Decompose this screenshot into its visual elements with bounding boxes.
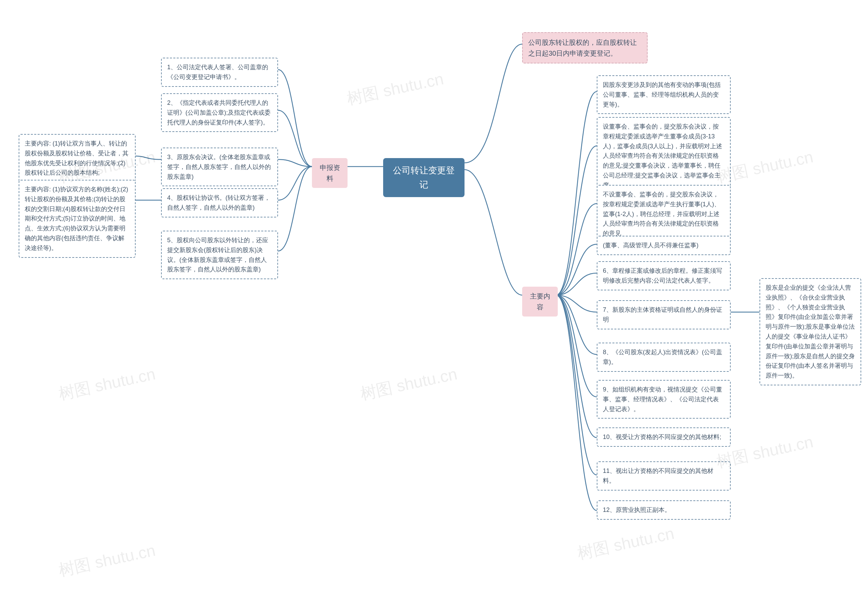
left-item-2[interactable]: 2、《指定代表或者共同委托代理人的证明》(公司加盖公章);及指定代表或委托代理人… xyxy=(161,93,278,132)
right-item-11[interactable]: 12、原营业执照正副本。 xyxy=(597,500,731,520)
right-item-10[interactable]: 11、视出让方资格的不同应提交的其他材料。 xyxy=(597,461,731,491)
right-item-4-text: (董事、高级管理人员不得兼任监事) xyxy=(603,242,698,249)
left-sub-4-text: 主要内容: (1)协议双方的名称(姓名);(2)转让股权的份额及其价格;(3)转… xyxy=(25,186,128,251)
right-item-5-text: 6、章程修正案或修改后的章程。修正案须写明修改后完整内容;公司法定代表人签字。 xyxy=(603,267,722,284)
right-item-4[interactable]: (董事、高级管理人员不得兼任监事) xyxy=(597,236,731,255)
right-item-3[interactable]: 不设董事会、监事会的，提交股东会决议，按章程规定委派或选举产生执行董事(1人)、… xyxy=(597,185,731,243)
left-item-5[interactable]: 5、股权向公司股东以外转让的，还应提交新股东会(股权转让后的股东)决议。(全体新… xyxy=(161,231,278,279)
right-top-node[interactable]: 公司股东转让股权的，应自股权转让之日起30日内申请变更登记。 xyxy=(522,32,648,64)
left-item-4-text: 4、股权转让协议书。(转让双方签署，自然人签字，自然人以外的盖章) xyxy=(167,194,270,211)
right-item-5[interactable]: 6、章程修正案或修改后的章程。修正案须写明修改后完整内容;公司法定代表人签字。 xyxy=(597,261,731,290)
left-item-3-text: 3、原股东会决议。(全体老股东盖章或签字，自然人股东签字，自然人以外的股东盖章) xyxy=(167,154,271,180)
right-branch-label: 主要内容 xyxy=(530,293,550,311)
right-sub-6-text: 股东是企业的提交《企业法人营业执照》、《合伙企业营业执照》、《个人独资企业营业执… xyxy=(766,284,855,379)
left-sub-3[interactable]: 主要内容: (1)转让双方当事人、转让的股权份额及股权转让价格、受让者，其他股东… xyxy=(19,134,136,183)
right-top-text: 公司股东转让股权的，应自股权转让之日起30日内申请变更登记。 xyxy=(528,39,637,57)
right-item-6[interactable]: 7、新股东的主体资格证明或自然人的身份证明 xyxy=(597,300,731,330)
right-item-9-text: 10、视受让方资格的不同应提交的其他材料; xyxy=(603,433,721,440)
right-item-9[interactable]: 10、视受让方资格的不同应提交的其他材料; xyxy=(597,427,731,447)
left-item-5-text: 5、股权向公司股东以外转让的，还应提交新股东会(股权转让后的股东)决议。(全体新… xyxy=(167,237,268,273)
root-node[interactable]: 公司转让变更登记 xyxy=(383,158,465,197)
right-item-3-text: 不设董事会、监事会的，提交股东会决议，按章程规定委派或选举产生执行董事(1人)、… xyxy=(603,191,720,237)
left-item-3[interactable]: 3、原股东会决议。(全体老股东盖章或签字，自然人股东签字，自然人以外的股东盖章) xyxy=(161,148,278,186)
left-branch-node[interactable]: 申报资料 xyxy=(312,158,348,188)
left-item-1[interactable]: 1、公司法定代表人签署、公司盖章的《公司变更登记申请书》。 xyxy=(161,58,278,87)
watermark: 树图 shutu.cn xyxy=(576,522,676,564)
right-item-7[interactable]: 8、《公司股东(发起人)出资情况表》(公司盖章)。 xyxy=(597,343,731,372)
right-item-10-text: 11、视出让方资格的不同应提交的其他材料。 xyxy=(603,467,713,484)
right-item-8-text: 9、如组织机构有变动，视情况提交《公司董事、监事、经理情况表》、《公司法定代表人… xyxy=(603,386,722,412)
right-item-8[interactable]: 9、如组织机构有变动，视情况提交《公司董事、监事、经理情况表》、《公司法定代表人… xyxy=(597,380,731,419)
right-item-2[interactable]: 设董事会、监事会的，提交股东会决议，按章程规定委派或选举产生董事会成员(3-13… xyxy=(597,117,731,195)
watermark: 树图 shutu.cn xyxy=(57,539,158,581)
right-item-7-text: 8、《公司股东(发起人)出资情况表》(公司盖章)。 xyxy=(603,349,722,365)
left-item-2-text: 2、《指定代表或者共同委托代理人的证明》(公司加盖公章);及指定代表或委托代理人… xyxy=(167,99,270,126)
left-item-4[interactable]: 4、股权转让协议书。(转让双方签署，自然人签字，自然人以外的盖章) xyxy=(161,188,278,217)
left-item-1-text: 1、公司法定代表人签署、公司盖章的《公司变更登记申请书》。 xyxy=(167,64,268,80)
right-item-11-text: 12、原营业执照正副本。 xyxy=(603,507,671,513)
watermark: 树图 shutu.cn xyxy=(345,68,446,109)
watermark: 树图 shutu.cn xyxy=(57,363,158,405)
right-item-1[interactable]: 因股东变更涉及到的其他有变动的事项(包括公司董事、监事、经理等组织机构人员的变更… xyxy=(597,75,731,114)
right-item-1-text: 因股东变更涉及到的其他有变动的事项(包括公司董事、监事、经理等组织机构人员的变更… xyxy=(603,81,721,108)
left-sub-4[interactable]: 主要内容: (1)协议双方的名称(姓名);(2)转让股权的份额及其价格;(3)转… xyxy=(19,180,136,258)
left-branch-label: 申报资料 xyxy=(320,164,340,182)
right-item-6-text: 7、新股东的主体资格证明或自然人的身份证明 xyxy=(603,306,722,323)
left-sub-3-text: 主要内容: (1)转让双方当事人、转让的股权份额及股权转让价格、受让者，其他股东… xyxy=(25,140,128,176)
right-item-2-text: 设董事会、监事会的，提交股东会决议，按章程规定委派或选举产生董事会成员(3-13… xyxy=(603,123,722,189)
watermark: 树图 shutu.cn xyxy=(359,363,459,405)
root-label: 公司转让变更登记 xyxy=(393,165,455,190)
right-sub-6[interactable]: 股东是企业的提交《企业法人营业执照》、《合伙企业营业执照》、《个人独资企业营业执… xyxy=(760,278,861,386)
right-branch-node[interactable]: 主要内容 xyxy=(522,287,558,316)
